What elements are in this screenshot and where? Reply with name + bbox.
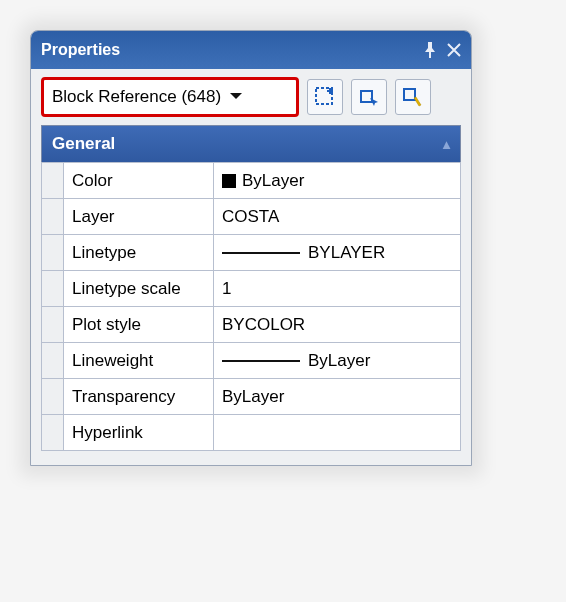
- property-name: Layer: [64, 199, 214, 235]
- property-row-plot-style: Plot style BYCOLOR: [42, 307, 461, 343]
- property-name: Lineweight: [64, 343, 214, 379]
- property-row-layer: Layer COSTA: [42, 199, 461, 235]
- property-row-hyperlink: Hyperlink: [42, 415, 461, 451]
- panel-title: Properties: [41, 41, 120, 59]
- property-name: Linetype: [64, 235, 214, 271]
- close-icon[interactable]: [447, 43, 461, 57]
- property-row-linetype-scale: Linetype scale 1: [42, 271, 461, 307]
- object-type-combo[interactable]: Block Reference (648): [41, 77, 299, 117]
- property-value-lineweight[interactable]: ByLayer: [214, 343, 461, 379]
- color-swatch-icon: [222, 174, 236, 188]
- panel-titlebar: Properties: [31, 31, 471, 69]
- quick-select-button[interactable]: [395, 79, 431, 115]
- lineweight-preview-icon: [222, 360, 300, 362]
- object-type-label: Block Reference (648): [52, 87, 221, 107]
- toolbar: Block Reference (648): [31, 69, 471, 125]
- section-header-general[interactable]: General ▴: [41, 125, 461, 162]
- linetype-preview-icon: [222, 252, 300, 254]
- property-row-color: Color ByLayer: [42, 163, 461, 199]
- property-row-lineweight: Lineweight ByLayer: [42, 343, 461, 379]
- property-value-layer[interactable]: COSTA: [214, 199, 461, 235]
- collapse-arrow-icon: ▴: [443, 136, 450, 152]
- property-row-transparency: Transparency ByLayer: [42, 379, 461, 415]
- svg-rect-2: [404, 89, 415, 100]
- toggle-pickadd-button[interactable]: [307, 79, 343, 115]
- property-value-linetype[interactable]: BYLAYER: [214, 235, 461, 271]
- property-name: Transparency: [64, 379, 214, 415]
- chevron-down-icon: [229, 87, 243, 107]
- property-name: Linetype scale: [64, 271, 214, 307]
- property-grid: Color ByLayer Layer COSTA Linetype BYLAY…: [41, 162, 461, 451]
- pin-icon[interactable]: [423, 42, 437, 58]
- property-value-hyperlink[interactable]: [214, 415, 461, 451]
- property-name: Hyperlink: [64, 415, 214, 451]
- titlebar-controls: [423, 42, 461, 58]
- property-row-linetype: Linetype BYLAYER: [42, 235, 461, 271]
- svg-rect-1: [361, 91, 372, 102]
- section-header-label: General: [52, 134, 115, 154]
- property-value-color[interactable]: ByLayer: [214, 163, 461, 199]
- property-value-transparency[interactable]: ByLayer: [214, 379, 461, 415]
- properties-panel: Properties Block Reference (648): [30, 30, 472, 466]
- property-name: Color: [64, 163, 214, 199]
- select-objects-button[interactable]: [351, 79, 387, 115]
- property-value-linetype-scale[interactable]: 1: [214, 271, 461, 307]
- property-value-plot-style[interactable]: BYCOLOR: [214, 307, 461, 343]
- property-name: Plot style: [64, 307, 214, 343]
